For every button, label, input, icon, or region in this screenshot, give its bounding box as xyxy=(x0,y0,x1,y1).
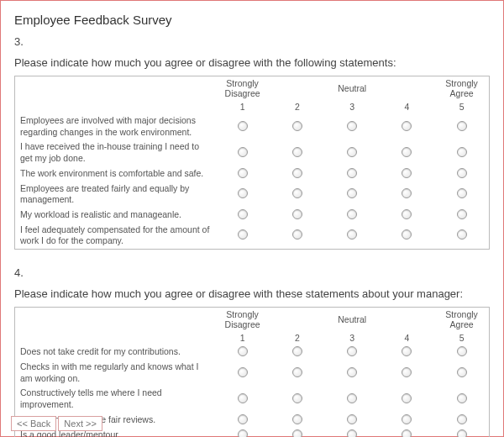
radio-option[interactable] xyxy=(238,393,248,403)
statement-text: I have received the in-house training I … xyxy=(15,140,215,166)
radio-option[interactable] xyxy=(402,367,412,377)
radio-option[interactable] xyxy=(347,147,357,157)
radio-option[interactable] xyxy=(457,346,467,356)
statement-text: Employees are treated fairly and equally… xyxy=(15,182,215,208)
radio-option[interactable] xyxy=(238,346,248,356)
statement-text: My workload is realistic and manageanle. xyxy=(15,208,215,223)
table-row: Employees are treated fairly and equally… xyxy=(15,182,490,208)
radio-option[interactable] xyxy=(457,429,467,437)
statement-text: Checks in with me regularly and knows wh… xyxy=(15,360,215,386)
radio-option[interactable] xyxy=(402,393,412,403)
radio-option[interactable] xyxy=(402,188,412,198)
radio-option[interactable] xyxy=(347,188,357,198)
table-row: Constructively tells me where I need imp… xyxy=(15,386,490,412)
scale-label-high: Strongly Agree xyxy=(434,308,489,332)
statement-text: Employees are involved with major decisi… xyxy=(15,113,215,140)
nav-buttons: << BackNext >> xyxy=(11,416,104,431)
radio-option[interactable] xyxy=(457,121,467,131)
scale-label-low: Strongly Disagree xyxy=(215,76,270,101)
radio-option[interactable] xyxy=(457,229,467,240)
radio-option[interactable] xyxy=(347,414,357,424)
statement-text: I feel adequately compensated for the am… xyxy=(15,223,215,250)
radio-option[interactable] xyxy=(402,429,412,437)
radio-option[interactable] xyxy=(457,393,467,403)
radio-option[interactable] xyxy=(402,414,412,424)
scale-num: 2 xyxy=(270,100,324,113)
scale-label-mid: Neutral xyxy=(325,76,380,101)
statement-text: Constructively tells me where I need imp… xyxy=(15,386,215,412)
scale-label-mid: Neutral xyxy=(325,308,380,332)
scale-num: 4 xyxy=(380,331,434,345)
radio-option[interactable] xyxy=(292,229,302,240)
radio-option[interactable] xyxy=(238,147,248,157)
scale-num: 5 xyxy=(434,331,489,345)
radio-option[interactable] xyxy=(457,147,467,157)
radio-option[interactable] xyxy=(347,367,357,377)
radio-option[interactable] xyxy=(402,147,412,157)
page-title: Employee Feedback Survey xyxy=(14,13,490,27)
radio-option[interactable] xyxy=(238,429,248,437)
statement-text: The work environment is comfortable and … xyxy=(15,166,215,182)
table-row: Checks in with me regularly and knows wh… xyxy=(15,360,490,386)
table-row: I have received the in-house training I … xyxy=(15,140,490,166)
radio-option[interactable] xyxy=(292,188,302,198)
radio-option[interactable] xyxy=(292,414,302,424)
question-number: 3. xyxy=(14,35,490,48)
radio-option[interactable] xyxy=(292,393,302,403)
radio-option[interactable] xyxy=(402,121,412,131)
scale-num: 5 xyxy=(434,100,489,113)
table-row: Employees are involved with major decisi… xyxy=(15,113,490,140)
radio-option[interactable] xyxy=(347,168,357,178)
radio-option[interactable] xyxy=(347,393,357,403)
radio-option[interactable] xyxy=(238,188,248,198)
radio-option[interactable] xyxy=(347,209,357,219)
radio-option[interactable] xyxy=(238,229,248,240)
scale-label-high: Strongly Agree xyxy=(434,76,489,101)
scale-num: 3 xyxy=(325,100,380,113)
radio-option[interactable] xyxy=(238,168,248,178)
radio-option[interactable] xyxy=(292,209,302,219)
question-prompt: Please indicate how much you agree or di… xyxy=(14,56,490,69)
back-button[interactable]: << Back xyxy=(11,416,56,431)
table-row: I feel adequately compensated for the am… xyxy=(15,223,490,250)
radio-option[interactable] xyxy=(238,367,248,377)
radio-option[interactable] xyxy=(457,188,467,198)
radio-option[interactable] xyxy=(292,147,302,157)
radio-option[interactable] xyxy=(457,209,467,219)
radio-option[interactable] xyxy=(457,168,467,178)
radio-option[interactable] xyxy=(402,168,412,178)
radio-option[interactable] xyxy=(238,209,248,219)
radio-option[interactable] xyxy=(457,414,467,424)
scale-num: 3 xyxy=(325,331,380,345)
radio-option[interactable] xyxy=(238,414,248,424)
table-row: My workload is realistic and manageanle. xyxy=(15,208,490,223)
radio-option[interactable] xyxy=(402,346,412,356)
radio-option[interactable] xyxy=(402,229,412,240)
radio-option[interactable] xyxy=(347,229,357,240)
scale-num: 4 xyxy=(380,100,434,113)
radio-option[interactable] xyxy=(292,429,302,437)
question-prompt: Please indicate how much you agree or di… xyxy=(14,287,490,300)
radio-option[interactable] xyxy=(292,168,302,178)
radio-option[interactable] xyxy=(457,367,467,377)
scale-num: 2 xyxy=(270,331,324,345)
radio-option[interactable] xyxy=(292,367,302,377)
table-row: Does not take credit for my contribution… xyxy=(15,345,490,360)
scale-num: 1 xyxy=(215,331,270,345)
radio-option[interactable] xyxy=(292,346,302,356)
scale-label-low: Strongly Disagree xyxy=(215,308,270,332)
radio-option[interactable] xyxy=(347,346,357,356)
radio-option[interactable] xyxy=(347,121,357,131)
table-row: The work environment is comfortable and … xyxy=(15,166,490,182)
radio-option[interactable] xyxy=(402,209,412,219)
question-number: 4. xyxy=(14,266,490,279)
radio-option[interactable] xyxy=(238,121,248,131)
likert-matrix-q3: Strongly Disagree Neutral Strongly Agree… xyxy=(14,76,490,250)
next-button[interactable]: Next >> xyxy=(58,416,102,431)
statement-text: Does not take credit for my contribution… xyxy=(15,345,215,360)
radio-option[interactable] xyxy=(292,121,302,131)
radio-option[interactable] xyxy=(347,429,357,437)
survey-page: Employee Feedback Survey 3. Please indic… xyxy=(0,0,504,437)
scale-num: 1 xyxy=(215,100,270,113)
